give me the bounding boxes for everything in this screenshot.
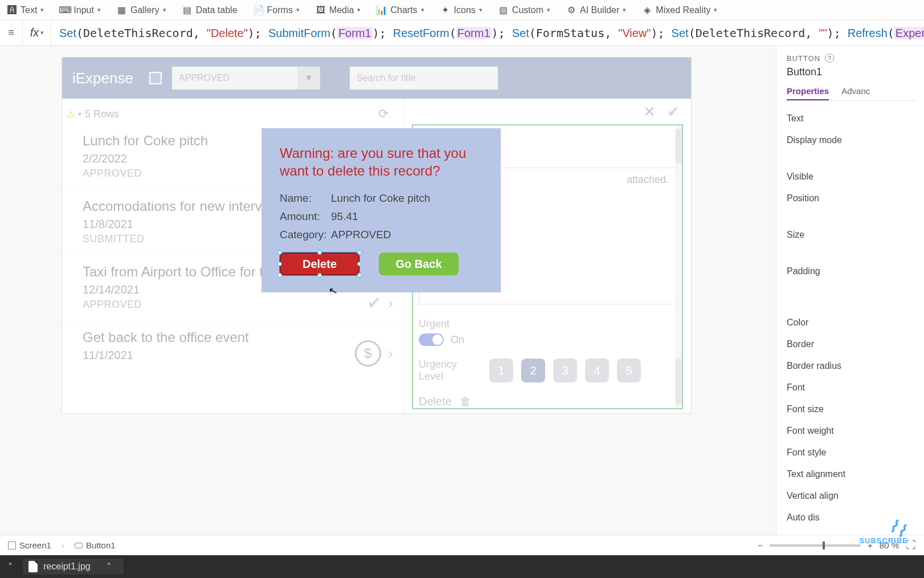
ribbon-data-table[interactable]: ▤Data table: [182, 5, 238, 15]
urgent-value: On: [451, 334, 464, 346]
amount-label: Amount:: [280, 210, 331, 223]
item-date: 11/1/2021: [83, 349, 393, 362]
dropdown-value: APPROVED: [179, 73, 230, 83]
urgency-level-2[interactable]: 2: [521, 359, 545, 382]
urgent-toggle[interactable]: [419, 333, 444, 346]
urgency-level-4[interactable]: 4: [585, 359, 609, 382]
prop-font-style[interactable]: Font style: [787, 442, 917, 463]
ribbon-mixed-reality[interactable]: ◈Mixed Reality▾: [642, 5, 717, 15]
ribbon-text[interactable]: 🅰Text▾: [7, 5, 44, 15]
category-label: Category:: [280, 229, 331, 241]
item-title: Get back to the office event: [83, 329, 322, 345]
search-input[interactable]: Search for title: [350, 67, 498, 89]
forms-icon: 📄: [254, 5, 264, 15]
close-icon[interactable]: ✕: [643, 103, 656, 121]
formula-expand-icon[interactable]: ≡: [0, 21, 23, 45]
prop-text-alignment[interactable]: Text alignment: [787, 463, 917, 485]
amount-value: 95.41: [331, 210, 358, 223]
screen-icon: [8, 542, 16, 549]
prop-padding[interactable]: Padding: [787, 260, 917, 282]
chevron-right-icon[interactable]: ›: [388, 294, 393, 312]
icons-icon: ✦: [440, 5, 451, 15]
tab-advanced[interactable]: Advanc: [841, 86, 870, 100]
taskbar-file[interactable]: receipt1.jpg ˄: [23, 559, 124, 575]
chevron-down-icon: ▾: [479, 6, 483, 14]
chevron-up-icon[interactable]: ˄: [8, 561, 13, 572]
prop-vertical-align[interactable]: Vertical align: [787, 485, 917, 507]
ribbon-charts[interactable]: 📊Charts▾: [377, 5, 424, 15]
button-icon: [75, 543, 83, 548]
dna-icon: ⌇⌇: [889, 520, 910, 538]
breadcrumb-screen[interactable]: Screen1: [8, 540, 51, 550]
prop-visible[interactable]: Visible: [787, 166, 917, 188]
prop-position[interactable]: Position: [787, 188, 917, 209]
formula-input[interactable]: Set(DeleteThisRecord, "Delete"); SubmitF…: [51, 26, 924, 40]
delete-button[interactable]: Delete: [280, 253, 359, 275]
ribbon-icons[interactable]: ✦Icons▾: [440, 5, 483, 15]
chevron-down-icon: ▾: [97, 6, 101, 14]
urgency-level-1[interactable]: 1: [489, 359, 513, 382]
object-name: Button1: [787, 66, 917, 78]
chevron-up-icon[interactable]: ˄: [107, 561, 111, 572]
go-back-button[interactable]: Go Back: [379, 253, 459, 275]
mr-icon: ◈: [642, 5, 652, 15]
chevron-down-icon[interactable]: ▾: [78, 110, 81, 118]
urgency-level-3[interactable]: 3: [553, 359, 577, 382]
category-value: APPROVED: [331, 229, 391, 241]
prop-text[interactable]: Text: [787, 108, 917, 129]
chevron-down-icon[interactable]: ▼: [297, 67, 320, 89]
taskbar: ˄ receipt1.jpg ˄: [0, 555, 924, 578]
table-icon: ▤: [182, 5, 193, 15]
prop-font-size[interactable]: Font size: [787, 398, 917, 420]
check-icon[interactable]: ✔: [667, 103, 680, 121]
prop-border[interactable]: Border: [787, 333, 917, 355]
chevron-right-icon[interactable]: ›: [388, 344, 393, 363]
app-title: iExpense: [72, 70, 133, 87]
chevron-down-icon: ▾: [623, 6, 626, 14]
search-placeholder: Search for title: [357, 73, 415, 83]
input-icon: ⌨: [60, 5, 70, 15]
breadcrumb-button[interactable]: Button1: [75, 540, 116, 550]
scrollbar[interactable]: [675, 125, 682, 408]
name-value: Lunch for Coke pitch: [331, 192, 430, 205]
prop-font[interactable]: Font: [787, 377, 917, 398]
list-item[interactable]: Get back to the office event 11/1/2021 $…: [62, 321, 403, 375]
delete-label: Delete: [419, 395, 452, 408]
zoom-out-icon[interactable]: −: [758, 540, 763, 550]
urgency-label: Urgency Level: [419, 359, 481, 382]
prop-size[interactable]: Size: [787, 224, 917, 246]
ribbon-ai-builder[interactable]: ⚙AI Builder▾: [566, 5, 626, 15]
trash-icon[interactable]: 🗑: [460, 395, 471, 408]
check-icon[interactable]: ✔: [367, 293, 381, 313]
prop-display-mode[interactable]: Display mode: [787, 129, 917, 151]
delete-confirm-dialog: Warning: are you sure that you want to d…: [261, 128, 501, 292]
ribbon-media[interactable]: 🖼Media▾: [316, 5, 361, 15]
zoom-slider[interactable]: [770, 544, 861, 547]
prop-border-radius[interactable]: Border radius: [787, 355, 917, 377]
prop-color[interactable]: Color: [787, 312, 917, 333]
properties-panel: BUTTON? Button1 Properties Advanc Text D…: [776, 46, 924, 535]
help-icon[interactable]: ?: [825, 54, 834, 63]
warning-icon: ⚠: [67, 109, 75, 120]
chevron-down-icon: ▾: [421, 6, 424, 14]
tab-properties[interactable]: Properties: [787, 86, 829, 100]
media-icon: 🖼: [316, 5, 326, 15]
status-dropdown[interactable]: APPROVED ▼: [172, 67, 320, 89]
urgency-level-5[interactable]: 5: [617, 359, 641, 382]
chevron-down-icon: ▾: [40, 29, 43, 36]
filter-checkbox[interactable]: [149, 72, 162, 84]
ribbon-custom[interactable]: ▧Custom▾: [498, 5, 550, 15]
fx-label[interactable]: fx▾: [23, 21, 51, 45]
refresh-icon[interactable]: ⟳: [378, 107, 389, 121]
warning-text: Warning: are you sure that you want to d…: [280, 144, 483, 180]
props-tabs: Properties Advanc: [787, 86, 917, 101]
taskbar-file-name: receipt1.jpg: [43, 561, 91, 572]
go-back-button-label: Go Back: [395, 258, 441, 271]
item-status: APPROVED: [83, 299, 393, 311]
dollar-icon[interactable]: $: [355, 340, 381, 367]
ribbon-input[interactable]: ⌨Input▾: [60, 5, 101, 15]
text-icon: 🅰: [7, 5, 17, 15]
prop-font-weight[interactable]: Font weight: [787, 420, 917, 442]
ribbon-forms[interactable]: 📄Forms▾: [254, 5, 300, 15]
ribbon-gallery[interactable]: ▦Gallery▾: [117, 5, 166, 15]
